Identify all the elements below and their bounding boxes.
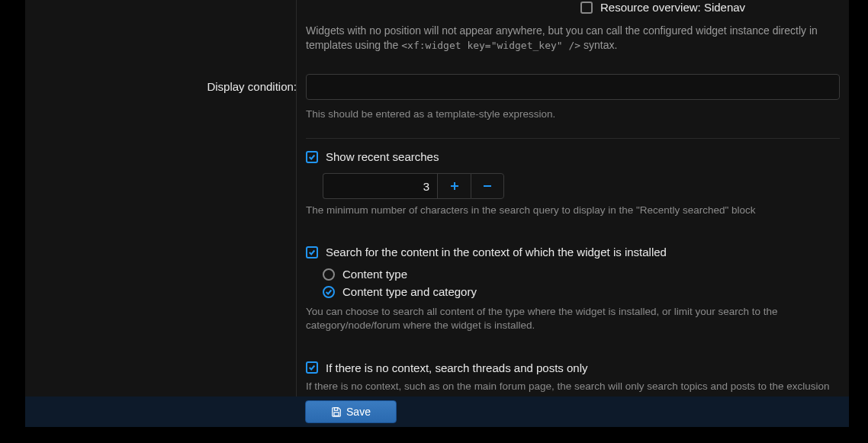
context-search-help: You can choose to search all content of …: [306, 305, 840, 332]
radio-content-type-label: Content type: [342, 268, 407, 281]
save-button[interactable]: Save: [305, 400, 397, 423]
context-search-radio-group: Content type Content type and category: [323, 265, 840, 300]
radio-content-type-category-label: Content type and category: [342, 285, 477, 298]
widget-syntax-code: <xf:widget key="widget_key" />: [401, 40, 580, 51]
save-icon: [331, 406, 342, 417]
resource-overview-checkbox-row[interactable]: Resource overview: Sidenav: [580, 0, 840, 16]
svg-rect-4: [334, 413, 339, 416]
stepper-decrement[interactable]: [471, 173, 504, 199]
right-column: Resource overview: Sidenav Widgets with …: [296, 0, 849, 396]
checkbox-icon: [306, 151, 318, 163]
no-context-checkbox[interactable]: If there is no context, search threads a…: [306, 359, 840, 377]
resource-overview-label: Resource overview: Sidenav: [600, 1, 745, 14]
form-panel: Resource overview: Sidenav Widgets with …: [25, 0, 849, 396]
display-condition-help: This should be entered as a template-sty…: [306, 108, 840, 121]
recent-searches-help: The minimum number of characters in the …: [306, 204, 840, 217]
recent-searches-label: Show recent searches: [326, 150, 439, 163]
context-search-label: Search for the content in the context of…: [326, 246, 667, 258]
left-column: [25, 0, 296, 396]
context-search-section: Search for the content in the context of…: [306, 228, 840, 343]
recent-searches-checkbox[interactable]: Show recent searches: [306, 148, 840, 165]
radio-icon: [323, 286, 335, 298]
widgets-position-note: Widgets with no position will not appear…: [306, 24, 840, 53]
checkbox-icon: [306, 361, 318, 374]
note-text-after: syntax.: [580, 39, 617, 51]
display-condition-label: Display condition:: [35, 80, 306, 93]
radio-icon: [323, 268, 335, 281]
context-search-checkbox[interactable]: Search for the content in the context of…: [306, 243, 840, 261]
recent-searches-value[interactable]: [323, 173, 437, 199]
recent-searches-stepper: [323, 173, 840, 199]
recent-searches-section: Show recent searches The minimum number …: [306, 138, 840, 228]
checkbox-icon: [306, 246, 318, 258]
display-condition-input[interactable]: [306, 74, 840, 100]
checkbox-icon: [580, 2, 593, 14]
radio-content-type[interactable]: Content type: [323, 265, 840, 283]
no-context-label: If there is no context, search threads a…: [326, 361, 588, 374]
save-button-label: Save: [346, 406, 371, 418]
svg-rect-3: [334, 408, 337, 411]
stepper-increment[interactable]: [437, 173, 471, 199]
display-condition-section: Display condition: This should be entere…: [306, 53, 840, 132]
radio-content-type-category[interactable]: Content type and category: [323, 283, 840, 300]
footer-bar: Save: [25, 396, 849, 427]
